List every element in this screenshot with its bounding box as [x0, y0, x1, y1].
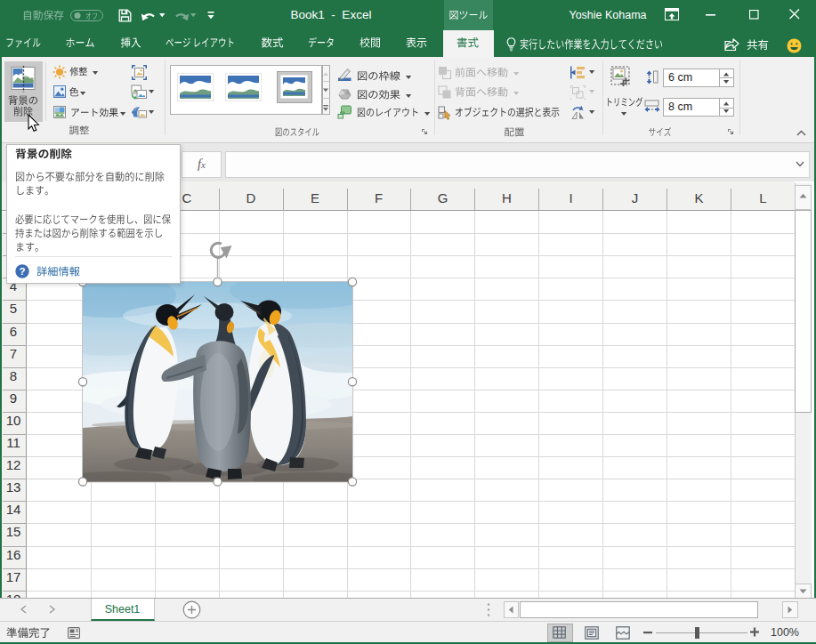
- svg-text:?: ?: [19, 266, 25, 277]
